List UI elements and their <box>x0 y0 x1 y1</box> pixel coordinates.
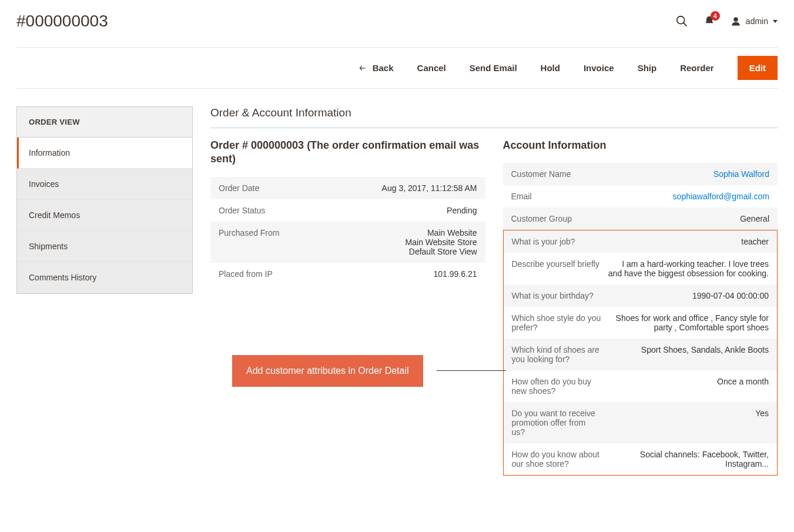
table-row: Customer NameSophia Walford <box>503 163 778 185</box>
sidebar-item-credit-memos[interactable]: Credit Memos <box>17 200 192 231</box>
row-label: Email <box>511 192 607 201</box>
table-row: How do you know about our shoe store?Soc… <box>504 443 778 475</box>
order-view-sidebar: ORDER VIEW Information Invoices Credit M… <box>16 106 193 294</box>
sidebar-header: ORDER VIEW <box>17 107 192 138</box>
notification-badge: 4 <box>711 11 720 21</box>
row-label: Customer Group <box>511 214 607 223</box>
table-row: Emailsophiawalford@gmail.com <box>503 185 778 208</box>
table-row: Which shoe style do you prefer?Shoes for… <box>504 307 778 339</box>
page-header: #000000003 4 admin <box>16 0 778 48</box>
invoice-button[interactable]: Invoice <box>584 63 614 73</box>
row-label: How often do you buy new shoes? <box>512 377 607 396</box>
account-info-table: Customer NameSophia WalfordEmailsophiawa… <box>503 163 778 230</box>
row-value: Shoes for work and office , Fancy style … <box>607 313 769 332</box>
hold-button[interactable]: Hold <box>541 63 560 73</box>
sidebar-item-information[interactable]: Information <box>17 138 192 169</box>
user-menu[interactable]: admin <box>731 16 778 26</box>
header-controls: 4 admin <box>675 15 778 28</box>
row-label: Do you want to receive promotion offer f… <box>512 409 607 437</box>
order-info-table: Order DateAug 3, 2017, 11:12:58 AMOrder … <box>210 177 485 285</box>
table-row: Customer GroupGeneral <box>503 208 778 230</box>
account-heading: Account Information <box>503 139 778 152</box>
table-row: Placed from IP101.99.6.21 <box>210 263 485 285</box>
svg-line-1 <box>684 23 687 26</box>
row-value: 101.99.6.21 <box>314 269 477 279</box>
row-value: General <box>607 214 769 223</box>
table-row: Purchased FromMain Website Main Website … <box>210 222 485 263</box>
username-label: admin <box>746 16 768 26</box>
arrow-left-icon <box>357 64 368 72</box>
row-value: teacher <box>607 237 769 246</box>
table-row: Describe yourself brieflyI am a hard-wor… <box>504 253 778 285</box>
row-value: Once a month <box>607 377 769 386</box>
section-title: Order & Account Information <box>210 106 778 128</box>
row-value: Yes <box>607 409 769 418</box>
row-value: I am a hard-working teacher. I love tree… <box>607 259 769 278</box>
row-value[interactable]: Sophia Walford <box>607 169 769 179</box>
customer-attributes-box: What is your job?teacherDescribe yoursel… <box>503 230 778 476</box>
row-label: Order Status <box>219 206 314 215</box>
edit-button[interactable]: Edit <box>738 56 778 80</box>
row-label: Order Date <box>219 183 314 193</box>
order-info-column: Order # 000000003 (The order confirmatio… <box>210 139 485 476</box>
table-row: Order DateAug 3, 2017, 11:12:58 AM <box>210 177 485 199</box>
action-bar: Back Cancel Send Email Hold Invoice Ship… <box>16 48 778 89</box>
sidebar-item-comments-history[interactable]: Comments History <box>17 262 192 293</box>
row-value: Social channels: Facebook, Twitter, Inst… <box>607 450 769 469</box>
search-icon[interactable] <box>675 15 688 28</box>
table-row: How often do you buy new shoes?Once a mo… <box>504 370 778 402</box>
svg-point-2 <box>733 17 738 22</box>
chevron-down-icon <box>773 20 778 23</box>
row-label: What is your job? <box>512 237 607 246</box>
row-value: Aug 3, 2017, 11:12:58 AM <box>314 183 477 193</box>
row-label: Which shoe style do you prefer? <box>512 313 607 332</box>
sidebar-item-shipments[interactable]: Shipments <box>17 231 192 262</box>
notifications-icon[interactable]: 4 <box>703 15 715 28</box>
table-row: Which kind of shoes are you looking for?… <box>504 339 778 370</box>
callout-label: Add customer attributes in Order Detail <box>232 355 423 387</box>
send-email-button[interactable]: Send Email <box>470 63 517 73</box>
row-value: 1990-07-04 00:00:00 <box>607 291 769 300</box>
main-content: Order & Account Information Order # 0000… <box>210 106 778 476</box>
row-label: Describe yourself briefly <box>512 259 607 269</box>
row-value: Sport Shoes, Sandals, Ankle Boots <box>607 345 769 354</box>
row-label: Placed from IP <box>219 269 314 279</box>
reorder-button[interactable]: Reorder <box>680 63 714 73</box>
row-value: Pending <box>314 206 477 215</box>
row-value: Main Website Main Website Store Default … <box>314 228 477 256</box>
row-label: Customer Name <box>511 169 607 179</box>
order-heading: Order # 000000003 (The order confirmatio… <box>210 139 485 166</box>
user-icon <box>731 16 741 26</box>
table-row: Order StatusPending <box>210 199 485 222</box>
callout-connector <box>437 370 506 371</box>
ship-button[interactable]: Ship <box>638 63 657 73</box>
row-label: Purchased From <box>219 228 314 237</box>
cancel-button[interactable]: Cancel <box>417 63 446 73</box>
table-row: Do you want to receive promotion offer f… <box>504 402 778 443</box>
table-row: What is your job?teacher <box>504 230 778 253</box>
row-value[interactable]: sophiawalford@gmail.com <box>607 192 769 201</box>
row-label: How do you know about our shoe store? <box>512 450 607 469</box>
row-label: What is your birthday? <box>512 291 607 300</box>
account-info-column: Account Information Customer NameSophia … <box>503 139 778 476</box>
row-label: Which kind of shoes are you looking for? <box>512 345 607 364</box>
sidebar-item-invoices[interactable]: Invoices <box>17 169 192 200</box>
back-button[interactable]: Back <box>357 63 394 73</box>
page-title: #000000003 <box>16 12 108 31</box>
table-row: What is your birthday?1990-07-04 00:00:0… <box>504 285 778 307</box>
svg-point-0 <box>677 16 685 24</box>
